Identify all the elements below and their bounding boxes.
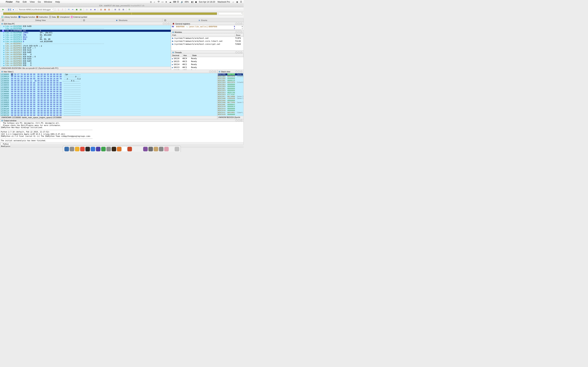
stack-row[interactable]: BEDCEA20 00000000 bbox=[218, 114, 243, 116]
notifications-icon[interactable]: ☰ bbox=[239, 1, 242, 3]
wifi-icon[interactable]: ⦿ bbox=[176, 1, 179, 3]
hex-row[interactable]: 12C00060 00 00 00 00 00 00 00 00 00 00 0… bbox=[0, 86, 217, 88]
dock-app-icon[interactable] bbox=[117, 147, 121, 151]
stack-view-body[interactable]: BEDCE9D0 B0B9FB08 [anon:lBEDCE9D4 BEDCE9… bbox=[217, 73, 243, 116]
navigation-search[interactable] bbox=[218, 12, 243, 15]
tab-enums[interactable]: ×▤Enums bbox=[162, 18, 244, 22]
panel-min-icon[interactable]: − bbox=[238, 119, 240, 122]
panel-min-icon[interactable]: − bbox=[238, 23, 240, 25]
modules-header[interactable]: PathBase bbox=[171, 34, 243, 37]
stack-row[interactable]: BEDCEA24 00000001 bbox=[218, 116, 243, 116]
dock-app-icon[interactable] bbox=[101, 147, 106, 151]
hex-row[interactable]: 12C00020 E0 F6 81 70 00 00 00 00 00 00 0… bbox=[0, 78, 217, 80]
dock-app-icon[interactable] bbox=[175, 147, 179, 151]
dock-app-icon[interactable] bbox=[122, 147, 127, 151]
stack-row[interactable]: BEDCE9F4 0BEBC200 bbox=[218, 92, 243, 94]
thread-row[interactable]: ▦1810546B9Ready bbox=[171, 69, 243, 70]
hex-row[interactable]: 12C00050 00 00 00 00 00 00 00 00 00 00 0… bbox=[0, 84, 217, 86]
stack-row[interactable]: BEDCE9F0 00000000 bbox=[218, 90, 243, 92]
disasm-line[interactable]: libc.so:B325FDCC ; ---------------------… bbox=[0, 43, 171, 45]
panel-close-icon[interactable]: × bbox=[240, 31, 242, 33]
hex-row[interactable]: 12C00100 00 00 00 00 00 00 00 00 00 00 0… bbox=[0, 108, 217, 110]
stack-row[interactable]: BEDCEA1C B09199D1 libart. bbox=[218, 112, 243, 114]
disasm-line[interactable]: libc.so:B325FDC0 BXLS LR bbox=[0, 36, 171, 38]
dock-app-icon[interactable] bbox=[138, 147, 142, 151]
stack-row[interactable]: BEDCEA0C 00000045 bbox=[218, 104, 243, 106]
dock-app-icon[interactable] bbox=[164, 147, 169, 151]
hex-row[interactable]: 12C00000 D8 5D 67 70 00 00 00 00 00 00 0… bbox=[0, 73, 217, 75]
disasm-line[interactable]: libc.so:B325FDD5 DCB 0 bbox=[0, 64, 171, 67]
dock-app-icon[interactable] bbox=[80, 147, 85, 151]
disasm-line[interactable]: libc.so:B325FDB4 ; ---------------------… bbox=[0, 27, 171, 30]
stack-row[interactable]: BEDCEA10 000000C8 bbox=[218, 106, 243, 108]
hex-row[interactable]: 12C00070 00 00 00 00 00 00 00 00 00 00 0… bbox=[0, 88, 217, 91]
panel-min-icon[interactable]: − bbox=[238, 31, 240, 33]
thread-row[interactable]: ▦1811646C4Ready bbox=[171, 57, 243, 60]
win1-button[interactable]: ⊞ bbox=[113, 8, 117, 11]
breakpoint-icon[interactable] bbox=[3, 61, 4, 62]
stack-row[interactable]: BEDCEA18 00000000 bbox=[218, 109, 243, 112]
send-icon[interactable]: ➤ bbox=[165, 1, 167, 3]
menubar-help[interactable]: Help bbox=[54, 0, 62, 3]
stack-row[interactable]: BEDCE9E8 00000000 bbox=[218, 85, 243, 88]
bp3-button[interactable]: ◆ bbox=[93, 8, 97, 11]
threads-body[interactable]: ▦1811646C4Ready▦1811546C3Ready▦1811446C2… bbox=[171, 57, 243, 70]
disasm-line[interactable]: libc.so:B325FDD0 DCB 4 bbox=[0, 53, 171, 56]
disasm-line[interactable]: libc.so:B325FDD3 DCB 0xE5 bbox=[0, 60, 171, 62]
stack-row[interactable]: BEDCEA04 00000000 bbox=[218, 100, 243, 102]
hex-row[interactable]: 12C00080 00 00 00 00 00 00 00 00 00 00 0… bbox=[0, 91, 217, 93]
breakpoint-icon[interactable] bbox=[3, 48, 4, 49]
stack-row[interactable]: BEDCEA14 00000000 bbox=[218, 108, 243, 110]
thread-row[interactable]: ▦1811346C1Ready bbox=[171, 66, 243, 69]
stack-row[interactable]: BEDCEA00 ACB4A4A0 [anon:l bbox=[218, 98, 243, 100]
mic-icon[interactable]: ⌕ bbox=[153, 1, 156, 3]
stack-row[interactable]: BEDCE9D4 BEDCE9F0 [stack] bbox=[218, 75, 243, 78]
threads-header[interactable]: DecimalHexState bbox=[171, 54, 243, 57]
disasm-line[interactable]: libc.so:B325FDB8 LDMFD SP!, {R4-R7} bbox=[0, 32, 171, 34]
hex-row[interactable]: 12C000B0 00 00 00 00 00 00 00 00 00 00 0… bbox=[0, 97, 217, 99]
step-button[interactable]: ➥ bbox=[71, 8, 74, 11]
panel-min-icon[interactable]: − bbox=[238, 71, 240, 73]
dock-app-icon[interactable] bbox=[70, 147, 74, 151]
menubar-window[interactable]: Window bbox=[42, 0, 53, 3]
hex-row[interactable]: 12C00110 00 00 00 00 00 00 00 00 00 00 0… bbox=[0, 110, 217, 112]
battery-icon[interactable]: ▮▯ bbox=[190, 1, 193, 3]
panel-restore-icon[interactable]: ▫ bbox=[209, 71, 211, 73]
panel-close-icon[interactable]: × bbox=[240, 119, 242, 122]
panel-restore-icon[interactable]: ▫ bbox=[235, 119, 237, 122]
breakpoint-icon[interactable] bbox=[3, 63, 4, 64]
win3-button[interactable]: ⊠ bbox=[121, 8, 125, 11]
dock-app-icon[interactable] bbox=[96, 147, 100, 151]
stack-row[interactable]: BEDCE9E0 BEDCE9F0 [stack] bbox=[218, 82, 243, 83]
hex-row[interactable]: 12C00130 00 00 00 00 00 00 00 00 00 00 0… bbox=[0, 114, 217, 116]
display-icon[interactable]: ▭ bbox=[161, 1, 164, 3]
panel-close-icon[interactable]: × bbox=[168, 23, 170, 25]
dock-app-icon[interactable] bbox=[106, 147, 111, 151]
disasm-line[interactable]: libc.so:B325FDBC CMN R0, #0x1000 bbox=[0, 34, 171, 36]
status-icon[interactable]: ◎ bbox=[149, 1, 152, 3]
disasm-line[interactable]: libc.so:B325FDC8 B sub_B32D5988 bbox=[0, 41, 171, 43]
hex-row[interactable]: 12C00030 00 00 00 18 00 C0 12 38 00 24 1… bbox=[0, 80, 217, 82]
disasm-line[interactable]: libc.so:B325FDC4 RSB R0, R0, #0 bbox=[0, 38, 171, 40]
panel-close-icon[interactable]: × bbox=[240, 23, 242, 25]
thread-row[interactable]: ▦1811546C3Ready bbox=[171, 60, 243, 63]
breakpoint-icon[interactable] bbox=[3, 35, 4, 36]
cfg-button[interactable]: ⚙ bbox=[128, 8, 131, 11]
disasm-line[interactable]: libc.so:B325FDD2 DCB 0x93 bbox=[0, 58, 171, 60]
step-over-button[interactable]: ⤴ bbox=[61, 8, 64, 11]
win2-button[interactable]: ⊟ bbox=[117, 8, 121, 11]
disasm-line[interactable]: libc.so:B325FDD1 DCB 0x30 ; 0 bbox=[0, 56, 171, 58]
hex-row[interactable]: 12C000A0 00 00 00 00 00 00 00 00 00 00 0… bbox=[0, 95, 217, 97]
hex-row[interactable]: 12C000C0 00 00 00 00 00 00 00 00 00 00 0… bbox=[0, 99, 217, 101]
navigation-track[interactable] bbox=[3, 12, 217, 15]
step-into-button[interactable]: ⤵ bbox=[57, 8, 60, 11]
stack-row[interactable]: BEDCE9D8 00000000 bbox=[218, 77, 243, 80]
trace2-button[interactable]: ▤ bbox=[79, 8, 82, 11]
stack-row[interactable]: BEDCE9FC B0C10000 [anon:l bbox=[218, 96, 243, 98]
breakpoint-icon[interactable] bbox=[3, 50, 4, 51]
panel-restore-icon[interactable]: ▫ bbox=[235, 23, 237, 25]
panel-close-icon[interactable]: × bbox=[240, 51, 242, 53]
disasm-line[interactable]: PClibc.so:B325FDB4 SVC 0 bbox=[0, 30, 171, 32]
panel-restore-icon[interactable]: ▫ bbox=[235, 71, 237, 73]
hex-row[interactable]: 12C000D0 00 00 00 00 00 00 00 00 00 00 0… bbox=[0, 101, 217, 103]
